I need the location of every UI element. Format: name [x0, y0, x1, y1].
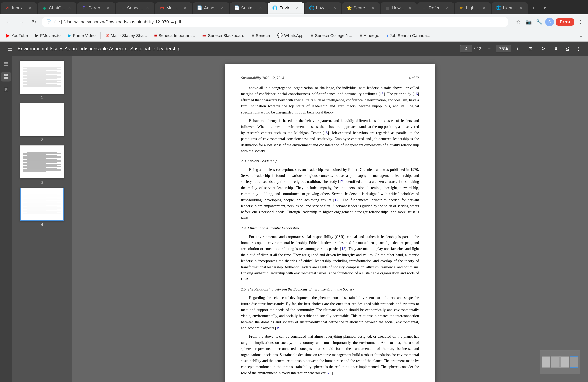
forward-button[interactable]: →	[16, 17, 26, 27]
ref-17b[interactable]: 17	[335, 198, 338, 202]
bookmark-seneca-n[interactable]: ≡ Seneca College N...	[308, 32, 356, 39]
tab-anno[interactable]: 📄 Anno... ✕	[193, 2, 229, 14]
tab-para-close[interactable]: ✕	[105, 5, 111, 11]
tab-light2-close[interactable]: ✕	[518, 5, 524, 11]
pdf-main[interactable]: Sustainability 2020, 12, 7014 4 of 22 ab…	[72, 56, 588, 382]
tab-searc-close[interactable]: ✕	[370, 5, 376, 11]
pdf-sidebar[interactable]: 1	[12, 56, 72, 382]
bookmark-seneca-bb-label: Seneca Blackboard	[208, 33, 244, 38]
ref-15[interactable]: 15	[380, 92, 384, 96]
pdf-bookmarks-button[interactable]	[1, 85, 11, 94]
how-icon: 🌐	[309, 5, 315, 11]
bookmark-youtube[interactable]: ▶ YouTube	[3, 32, 31, 39]
extension-icon[interactable]: 🔧	[535, 18, 544, 26]
bookmark-whatsapp-label: WhatsApp	[284, 33, 304, 38]
zoom-out-button[interactable]: −	[484, 44, 494, 54]
tab-envir-close[interactable]: ✕	[294, 5, 300, 11]
ref-18[interactable]: 18	[341, 247, 345, 251]
bookmark-mail[interactable]: ✉ Mail - Stacey Sha...	[102, 32, 150, 39]
pdf-para-4: For environmental and corporate social r…	[241, 234, 419, 282]
youtube-icon: ▶	[6, 33, 10, 38]
screenshot-icon[interactable]: 📷	[525, 18, 533, 26]
bookmark-seneca-bb[interactable]: ☰ Seneca Blackboard	[199, 32, 247, 39]
tab-chat-close[interactable]: ✕	[67, 5, 72, 11]
profile-menu-icon[interactable]: S	[545, 18, 554, 26]
tab-envir[interactable]: 🌐 Envir... ✕	[268, 2, 304, 14]
tab-susta-close[interactable]: ✕	[258, 5, 263, 11]
reload-button[interactable]: ↻	[29, 17, 39, 27]
bookmark-whatsapp[interactable]: 💬 WhatsApp	[274, 32, 307, 39]
pdf-thumbnails-button[interactable]	[1, 72, 11, 81]
bookmarks-more-button[interactable]: »	[578, 32, 585, 39]
bookmark-prime[interactable]: ▶ Prime Video	[64, 32, 99, 39]
ref-16b[interactable]: 16	[324, 131, 328, 135]
error-badge[interactable]: Error	[556, 18, 574, 26]
bookmark-seneca[interactable]: ≡ Seneca	[248, 32, 273, 39]
ref-16[interactable]: 16	[414, 92, 418, 96]
pdf-page-number[interactable]	[460, 45, 472, 52]
more-options-button[interactable]: ⋮	[574, 44, 583, 54]
tab-para[interactable]: P Parap... ✕	[77, 2, 115, 14]
pdf-menu-button[interactable]: ☰	[5, 44, 14, 54]
tab-refer-close[interactable]: ✕	[444, 5, 450, 11]
fit-page-button[interactable]: ⊡	[525, 44, 535, 54]
bookmark-fmovies[interactable]: ▶ FMovies.to	[32, 32, 64, 39]
address-input[interactable]: 📄 file | /Users/staceydsouza/Downloads/s…	[42, 17, 508, 27]
bookmark-fmovies-label: FMovies.to	[40, 33, 61, 38]
tab-senec1-close[interactable]: ✕	[145, 5, 150, 11]
zoom-in-button[interactable]: +	[513, 44, 522, 54]
pdf-thumb-2[interactable]: 2	[12, 101, 72, 144]
tab-refer[interactable]: ≡ Refer... ✕	[417, 2, 454, 14]
pdf-page-input: / 22	[460, 45, 481, 52]
tab-how-close[interactable]: ✕	[332, 5, 337, 11]
tab-susta[interactable]: 📄 Susta... ✕	[230, 2, 267, 14]
svg-rect-0	[4, 74, 6, 76]
anno-icon: 📄	[197, 5, 202, 11]
tab-senec1[interactable]: ≡ Senec... ✕	[116, 2, 154, 14]
ameego-icon: ≡	[359, 33, 362, 38]
pdf-toc-button[interactable]: ☰	[1, 59, 11, 69]
tab-light1-close[interactable]: ✕	[481, 5, 487, 11]
address-bar: ← → ↻ 📄 file | /Users/staceydsouza/Downl…	[0, 14, 588, 30]
rotate-button[interactable]: ↻	[538, 44, 548, 54]
pdf-thumb-1[interactable]: 1	[12, 59, 72, 101]
settings-icon[interactable]: ⋮	[576, 18, 585, 26]
pdf-thumb-4[interactable]: 4	[12, 186, 72, 229]
tab-mail-close[interactable]: ✕	[182, 5, 188, 11]
bookmark-job[interactable]: ℹ Job Search Canada...	[383, 32, 433, 39]
ref-20[interactable]: 20	[328, 371, 332, 375]
pdf-journal-name: Sustainability 2020, 12, 7014	[241, 76, 284, 80]
tab-light1[interactable]: ✏ Light... ✕	[455, 2, 491, 14]
tab-how[interactable]: 🌐 how t... ✕	[305, 2, 341, 14]
tab-searc[interactable]: ⭐ Searc... ✕	[342, 2, 380, 14]
bookmark-star-icon[interactable]: ☆	[514, 18, 523, 26]
print-button[interactable]: 🖨	[562, 44, 572, 54]
bookmark-youtube-label: YouTube	[11, 33, 28, 38]
tab-light1-label: Light...	[466, 5, 480, 11]
tab-bar: ✉ Inbox ✕ ◆ ChatG... ✕ P Parap... ✕ ≡ Se…	[0, 0, 588, 14]
url-text: file | /Users/staceydsouza/Downloads/sus…	[54, 19, 504, 25]
tab-mail-label: Mail -...	[167, 5, 181, 11]
tab-how2-close[interactable]: ✕	[407, 5, 413, 11]
bookmark-seneca-imp[interactable]: ≡ Seneca Important...	[151, 32, 198, 39]
pdf-thumb-3[interactable]: 3	[12, 144, 72, 186]
tab-strip-menu[interactable]: ▾	[540, 3, 550, 13]
download-button[interactable]: ⬇	[551, 44, 561, 54]
ref-19[interactable]: 19	[276, 326, 280, 330]
tab-chat[interactable]: ◆ ChatG... ✕	[38, 2, 76, 14]
chrome-icon: 🌐	[272, 5, 278, 11]
tab-searc-label: Searc...	[353, 5, 369, 11]
ref-17[interactable]: 17	[339, 179, 343, 184]
pdf-page-separator: / 22	[474, 46, 481, 51]
tab-mail[interactable]: ✉ Mail -... ✕	[155, 2, 192, 14]
tab-inbox-close[interactable]: ✕	[27, 5, 33, 11]
new-tab-button[interactable]: +	[528, 3, 539, 13]
tab-light2[interactable]: 🌐 Light... ✕	[492, 2, 528, 14]
bookmark-ameego[interactable]: ≡ Ameego	[356, 32, 382, 39]
tab-how2-label: How ...	[392, 5, 405, 11]
back-button[interactable]: ←	[3, 17, 14, 27]
mail-bk-icon: ✉	[105, 33, 109, 38]
tab-anno-close[interactable]: ✕	[220, 5, 225, 11]
tab-how2[interactable]: ◼ How ... ✕	[381, 2, 417, 14]
tab-inbox[interactable]: ✉ Inbox ✕	[1, 2, 37, 14]
